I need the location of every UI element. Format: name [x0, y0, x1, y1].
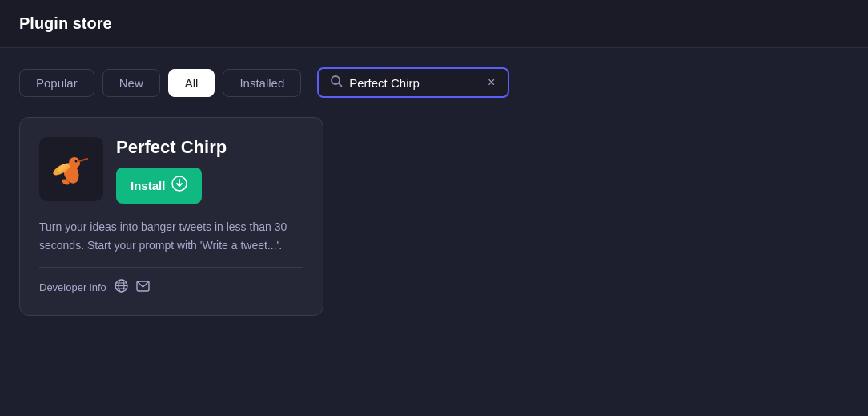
- search-box: ×: [317, 67, 509, 98]
- svg-line-1: [339, 83, 342, 87]
- search-icon: [330, 75, 343, 91]
- install-label: Install: [131, 179, 165, 192]
- content-area: Popular New All Installed ×: [0, 48, 868, 335]
- plugin-description: Turn your ideas into banger tweets in le…: [39, 218, 303, 254]
- install-button[interactable]: Install: [116, 168, 202, 204]
- developer-row: Developer info: [39, 279, 303, 296]
- download-icon: [171, 176, 187, 196]
- tab-installed[interactable]: Installed: [223, 69, 301, 97]
- search-input[interactable]: [349, 76, 480, 90]
- developer-label: Developer info: [39, 281, 106, 293]
- plugin-icon-wrapper: [39, 137, 103, 201]
- header: Plugin store: [0, 0, 868, 48]
- tabs-row: Popular New All Installed ×: [19, 67, 849, 98]
- tab-new[interactable]: New: [102, 69, 160, 97]
- email-icon[interactable]: [136, 281, 150, 295]
- page-title: Plugin store: [19, 14, 849, 33]
- app-container: Plugin store Popular New All Installed ×: [0, 0, 868, 335]
- plugin-info: Perfect Chirp Install: [116, 137, 227, 204]
- tab-all[interactable]: All: [168, 69, 215, 97]
- globe-icon[interactable]: [115, 279, 128, 296]
- svg-point-5: [69, 157, 80, 168]
- svg-point-7: [75, 160, 78, 163]
- plugin-name: Perfect Chirp: [116, 137, 227, 158]
- plugin-card: Perfect Chirp Install Turn yo: [19, 117, 323, 316]
- tab-popular[interactable]: Popular: [19, 69, 94, 97]
- clear-search-button[interactable]: ×: [486, 76, 496, 89]
- card-divider: [39, 267, 303, 268]
- plugin-top-section: Perfect Chirp Install: [39, 137, 303, 204]
- plugin-logo-icon: [47, 145, 95, 193]
